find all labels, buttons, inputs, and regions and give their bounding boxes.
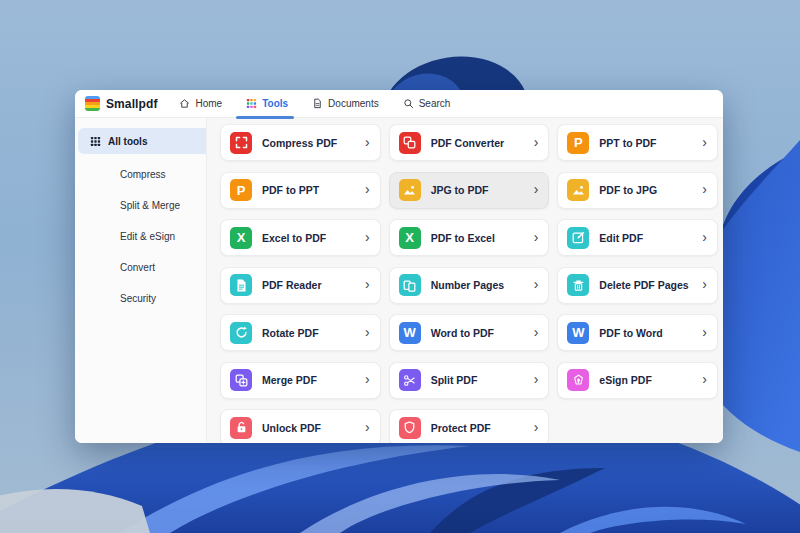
tool-card-merge-pdf[interactable]: Merge PDF › (220, 362, 381, 399)
chevron-right-icon: › (365, 182, 370, 198)
sidebar-item-label: Compress (120, 169, 166, 180)
letter-x-icon: X (399, 227, 421, 249)
tool-card-pdf-to-jpg[interactable]: PDF to JPG › (557, 172, 718, 209)
all-tools-grid-icon (90, 136, 101, 147)
chevron-right-icon: › (534, 230, 539, 246)
converter-icon (399, 132, 421, 154)
letter-p-icon: P (567, 132, 589, 154)
nav-label: Tools (262, 98, 288, 109)
chevron-right-icon: › (534, 277, 539, 293)
sidebar-item-split-merge[interactable]: Split & Merge (75, 190, 206, 221)
sidebar-item-security[interactable]: Security (75, 283, 206, 314)
tool-label: Word to PDF (431, 327, 494, 339)
tool-label: Split PDF (431, 374, 478, 386)
unlock-icon (230, 417, 252, 439)
tools-panel: Compress PDF › PDF Converter › P PPT to … (207, 118, 723, 443)
tool-card-delete-pdf-pages[interactable]: Delete PDF Pages › (557, 267, 718, 304)
smallpdf-window: Smallpdf Home Tools (75, 90, 723, 443)
tool-label: PPT to PDF (599, 137, 656, 149)
tool-card-pdf-to-ppt[interactable]: P PDF to PPT › (220, 172, 381, 209)
tool-card-ppt-to-pdf[interactable]: P PPT to PDF › (557, 124, 718, 161)
sidebar-item-convert[interactable]: Convert (75, 252, 206, 283)
sidebar-item-compress[interactable]: Compress (75, 159, 206, 190)
tool-card-compress-pdf[interactable]: Compress PDF › (220, 124, 381, 161)
tool-label: eSign PDF (599, 374, 652, 386)
tool-label: Unlock PDF (262, 422, 321, 434)
nav-item-home[interactable]: Home (179, 90, 222, 118)
tool-card-esign-pdf[interactable]: eSign PDF › (557, 362, 718, 399)
chevron-right-icon: › (534, 325, 539, 341)
chevron-right-icon: › (702, 277, 707, 293)
tool-label: Edit PDF (599, 232, 643, 244)
tool-label: PDF to JPG (599, 184, 657, 196)
sidebar: All tools Compress Split & Merge Edit & … (75, 118, 207, 443)
tool-label: Excel to PDF (262, 232, 326, 244)
sidebar-item-label: Convert (120, 262, 155, 273)
tool-card-pdf-to-word[interactable]: W PDF to Word › (557, 314, 718, 351)
tool-label: Number Pages (431, 279, 505, 291)
tool-card-pdf-reader[interactable]: PDF Reader › (220, 267, 381, 304)
tools-grid-icon (246, 98, 257, 109)
desktop: Smallpdf Home Tools (0, 0, 800, 533)
tool-card-rotate-pdf[interactable]: Rotate PDF › (220, 314, 381, 351)
tool-label: Rotate PDF (262, 327, 319, 339)
tool-card-unlock-pdf[interactable]: Unlock PDF › (220, 409, 381, 443)
tool-card-split-pdf[interactable]: Split PDF › (389, 362, 550, 399)
esign-icon (567, 369, 589, 391)
chevron-right-icon: › (365, 420, 370, 436)
sidebar-item-label: Edit & eSign (120, 231, 175, 242)
sidebar-item-label: All tools (108, 136, 147, 147)
rotate-icon (230, 322, 252, 344)
sidebar-item-label: Split & Merge (120, 200, 180, 211)
chevron-right-icon: › (534, 372, 539, 388)
trash-icon (567, 274, 589, 296)
shield-icon (399, 417, 421, 439)
tool-label: Merge PDF (262, 374, 317, 386)
image-icon (567, 179, 589, 201)
chevron-right-icon: › (365, 277, 370, 293)
nav-item-tools[interactable]: Tools (246, 90, 288, 118)
nav-item-search[interactable]: Search (403, 90, 451, 118)
tools-grid: Compress PDF › PDF Converter › P PPT to … (220, 124, 718, 443)
letter-p-icon: P (230, 179, 252, 201)
letter-w-icon: W (399, 322, 421, 344)
reader-icon (230, 274, 252, 296)
active-tab-underline (236, 116, 294, 119)
tool-label: Protect PDF (431, 422, 491, 434)
image-icon (399, 179, 421, 201)
chevron-right-icon: › (534, 182, 539, 198)
pages-icon (399, 274, 421, 296)
tool-card-word-to-pdf[interactable]: W Word to PDF › (389, 314, 550, 351)
smallpdf-logo[interactable]: Smallpdf (85, 96, 157, 111)
chevron-right-icon: › (702, 230, 707, 246)
tool-card-jpg-to-pdf[interactable]: JPG to PDF › (389, 172, 550, 209)
nav-label: Documents (328, 98, 379, 109)
chevron-right-icon: › (534, 135, 539, 151)
tool-card-protect-pdf[interactable]: Protect PDF › (389, 409, 550, 443)
merge-icon (230, 369, 252, 391)
tool-card-edit-pdf[interactable]: Edit PDF › (557, 219, 718, 256)
nav-label: Home (195, 98, 222, 109)
sidebar-item-all-tools[interactable]: All tools (78, 128, 206, 154)
tool-label: PDF to Excel (431, 232, 495, 244)
brand-name: Smallpdf (106, 97, 157, 111)
tool-label: JPG to PDF (431, 184, 489, 196)
app-header: Smallpdf Home Tools (75, 90, 723, 118)
sidebar-item-edit-esign[interactable]: Edit & eSign (75, 221, 206, 252)
chevron-right-icon: › (365, 325, 370, 341)
tool-card-number-pages[interactable]: Number Pages › (389, 267, 550, 304)
scissors-icon (399, 369, 421, 391)
chevron-right-icon: › (365, 135, 370, 151)
tool-card-pdf-converter[interactable]: PDF Converter › (389, 124, 550, 161)
smallpdf-logo-icon (85, 96, 100, 111)
tool-card-pdf-to-excel[interactable]: X PDF to Excel › (389, 219, 550, 256)
sidebar-item-label: Security (120, 293, 156, 304)
nav-item-documents[interactable]: Documents (312, 90, 379, 118)
tool-label: PDF Converter (431, 137, 505, 149)
document-icon (312, 98, 323, 109)
letter-x-icon: X (230, 227, 252, 249)
tool-label: PDF to Word (599, 327, 662, 339)
tool-card-excel-to-pdf[interactable]: X Excel to PDF › (220, 219, 381, 256)
chevron-right-icon: › (702, 182, 707, 198)
compress-icon (230, 132, 252, 154)
